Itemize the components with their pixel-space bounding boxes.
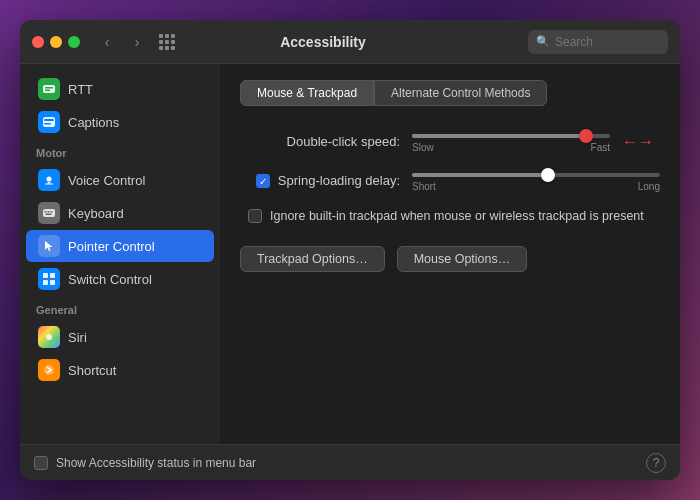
maximize-button[interactable]: [68, 36, 80, 48]
trackpad-options-button[interactable]: Trackpad Options…: [240, 246, 385, 272]
spring-loading-labels: Short Long: [412, 181, 660, 192]
switch-control-label: Switch Control: [68, 272, 152, 287]
svg-rect-8: [48, 182, 51, 184]
captions-icon: [38, 111, 60, 133]
svg-rect-1: [45, 87, 53, 89]
svg-point-7: [47, 177, 52, 182]
ignore-trackpad-label: Ignore built-in trackpad when mouse or w…: [270, 208, 644, 226]
rtt-label: RTT: [68, 82, 93, 97]
window-title: Accessibility: [126, 34, 520, 50]
back-button[interactable]: ‹: [96, 31, 118, 53]
rtt-icon: [38, 78, 60, 100]
settings-section: Double-click speed: Slow Fast: [240, 126, 660, 276]
double-click-labels: Slow Fast: [412, 142, 610, 153]
spring-short: Short: [412, 181, 436, 192]
motor-section-label: Motor: [20, 139, 220, 163]
svg-rect-3: [43, 117, 55, 127]
sidebar-item-switch-control[interactable]: Switch Control: [26, 263, 214, 295]
sidebar-item-shortcut[interactable]: Shortcut: [26, 354, 214, 386]
search-box[interactable]: 🔍: [528, 30, 668, 54]
main-panel: Mouse & Trackpad Alternate Control Metho…: [220, 64, 680, 444]
sidebar-item-siri[interactable]: Siri: [26, 321, 214, 353]
help-button[interactable]: ?: [646, 453, 666, 473]
mouse-options-button[interactable]: Mouse Options…: [397, 246, 528, 272]
general-section-label: General: [20, 296, 220, 320]
keyboard-icon: [38, 202, 60, 224]
traffic-lights: [32, 36, 80, 48]
tab-mouse-trackpad[interactable]: Mouse & Trackpad: [240, 80, 374, 106]
status-label: Show Accessibility status in menu bar: [56, 456, 256, 470]
svg-rect-12: [48, 211, 50, 213]
status-checkbox[interactable]: [34, 456, 48, 470]
svg-rect-5: [44, 123, 51, 125]
svg-rect-4: [44, 119, 54, 121]
arrow-indicator: ←→: [622, 133, 654, 151]
spring-loading-track[interactable]: [412, 173, 660, 177]
tab-alternate-control[interactable]: Alternate Control Methods: [374, 80, 547, 106]
titlebar: ‹ › Accessibility 🔍: [20, 20, 680, 64]
svg-rect-18: [50, 280, 55, 285]
pointer-control-icon: [38, 235, 60, 257]
search-input[interactable]: [555, 35, 660, 49]
siri-icon: [38, 326, 60, 348]
svg-rect-11: [45, 211, 47, 213]
svg-rect-16: [50, 273, 55, 278]
pointer-control-label: Pointer Control: [68, 239, 155, 254]
svg-rect-14: [46, 214, 52, 216]
tab-bar: Mouse & Trackpad Alternate Control Metho…: [240, 80, 660, 106]
main-window: ‹ › Accessibility 🔍: [20, 20, 680, 480]
sidebar-item-captions[interactable]: Captions: [26, 106, 214, 138]
close-button[interactable]: [32, 36, 44, 48]
double-click-slow: Slow: [412, 142, 434, 153]
statusbar: Show Accessibility status in menu bar ?: [20, 444, 680, 480]
sidebar-item-voice-control[interactable]: Voice Control: [26, 164, 214, 196]
svg-point-19: [46, 334, 52, 340]
spring-loading-slider-container: Short Long: [412, 169, 660, 192]
voice-control-icon: [38, 169, 60, 191]
spring-loading-label: Spring-loading delay:: [278, 173, 400, 188]
svg-point-20: [44, 365, 54, 375]
search-icon: 🔍: [536, 35, 550, 48]
voice-control-label: Voice Control: [68, 173, 145, 188]
double-click-label: Double-click speed:: [240, 134, 400, 149]
switch-control-icon: [38, 268, 60, 290]
sidebar-item-keyboard[interactable]: Keyboard: [26, 197, 214, 229]
svg-rect-17: [43, 280, 48, 285]
svg-rect-9: [45, 184, 53, 185]
double-click-row: Double-click speed: Slow Fast: [240, 130, 660, 153]
double-click-fast: Fast: [591, 142, 610, 153]
double-click-track[interactable]: [412, 134, 610, 138]
svg-rect-10: [43, 209, 55, 217]
sidebar-item-rtt[interactable]: RTT: [26, 73, 214, 105]
spring-loading-left: ✓ Spring-loading delay:: [240, 173, 400, 188]
ignore-trackpad-row: Ignore built-in trackpad when mouse or w…: [240, 208, 660, 226]
content-area: RTT Captions Motor: [20, 64, 680, 444]
svg-rect-13: [51, 211, 53, 213]
double-click-slider-container: Slow Fast: [412, 130, 610, 153]
spring-long: Long: [638, 181, 660, 192]
sidebar: RTT Captions Motor: [20, 64, 220, 444]
ignore-trackpad-checkbox[interactable]: [248, 209, 262, 223]
svg-rect-0: [43, 85, 55, 93]
svg-rect-15: [43, 273, 48, 278]
shortcut-icon: [38, 359, 60, 381]
keyboard-label: Keyboard: [68, 206, 124, 221]
shortcut-label: Shortcut: [68, 363, 116, 378]
bottom-buttons: Trackpad Options… Mouse Options…: [240, 246, 660, 272]
minimize-button[interactable]: [50, 36, 62, 48]
spring-loading-checkbox[interactable]: ✓: [256, 174, 270, 188]
captions-label: Captions: [68, 115, 119, 130]
spring-loading-row: ✓ Spring-loading delay: Short Long: [240, 169, 660, 192]
siri-label: Siri: [68, 330, 87, 345]
double-click-thumb[interactable]: [579, 129, 593, 143]
svg-rect-2: [45, 90, 50, 92]
spring-loading-thumb[interactable]: [541, 168, 555, 182]
sidebar-item-pointer-control[interactable]: Pointer Control: [26, 230, 214, 262]
double-click-slider-area: Slow Fast ←→: [412, 130, 660, 153]
